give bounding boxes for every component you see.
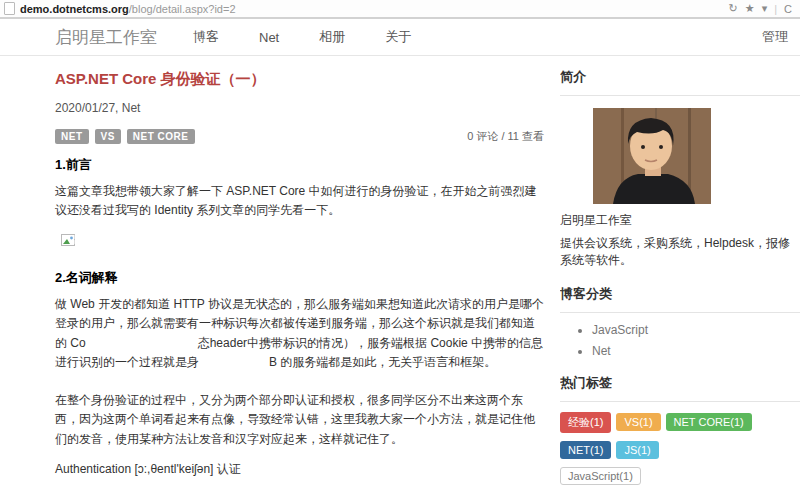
hot-tag[interactable]: VS(1) xyxy=(616,413,660,431)
toolbar-separator: | xyxy=(774,3,777,15)
article-tag[interactable]: NET xyxy=(55,129,89,144)
article-meta: 2020/01/27, Net xyxy=(55,101,544,115)
profile-name: 启明星工作室 xyxy=(560,212,800,229)
hot-tag[interactable]: JS(1) xyxy=(616,441,658,459)
article-title: ASP.NET Core 身份验证（一） xyxy=(55,70,544,89)
section-heading-1: 1.前言 xyxy=(55,156,544,174)
paragraph: 做 Web 开发的都知道 HTTP 协议是无状态的，那么服务端如果想知道此次请求… xyxy=(55,295,544,373)
dropdown-caret-icon[interactable]: ▾ xyxy=(762,2,768,15)
hot-tag[interactable]: JavaScript(1) xyxy=(560,467,641,485)
paragraph: Authentication [ɔ:,θentl'keiʃən] 认证 xyxy=(55,461,544,478)
url-path: /blog/detail.aspx?id=2 xyxy=(129,3,236,15)
sidebar-heading-categories: 博客分类 xyxy=(560,285,800,313)
sidebar-heading-intro: 简介 xyxy=(560,68,800,96)
paragraph: 在整个身份验证的过程中，又分为两个部分即认证和授权，很多同学区分不出来这两个东西… xyxy=(55,391,544,449)
nav-item-about[interactable]: 关于 xyxy=(385,28,411,46)
category-item[interactable]: JavaScript xyxy=(592,323,800,337)
nav-item-album[interactable]: 相册 xyxy=(319,28,345,46)
hot-tag[interactable]: NET CORE(1) xyxy=(666,413,752,431)
site-brand[interactable]: 启明星工作室 xyxy=(55,26,157,49)
nav-item-blog[interactable]: 博客 xyxy=(193,28,219,46)
page-icon xyxy=(4,2,15,15)
section-heading-2: 2.名词解释 xyxy=(55,269,544,287)
article-tagrow: NET VS NET CORE 0 评论 / 11 查看 xyxy=(55,129,544,144)
article-stats: 0 评论 / 11 查看 xyxy=(467,129,544,144)
site-nav: 启明星工作室 博客 Net 相册 关于 管理 xyxy=(0,19,800,56)
url-host: demo.dotnetcms.org xyxy=(20,3,129,15)
nav-item-net[interactable]: Net xyxy=(259,30,279,45)
refresh-icon[interactable]: ↻ xyxy=(729,2,738,15)
profile-description: 提供会议系统，采购系统，Helpdesk，报修系统等软件。 xyxy=(560,235,800,269)
hot-tag[interactable]: 经验(1) xyxy=(560,412,611,433)
address-url[interactable]: demo.dotnetcms.org/blog/detail.aspx?id=2 xyxy=(20,3,236,15)
article-tag[interactable]: VS xyxy=(95,129,121,144)
article-tag[interactable]: NET CORE xyxy=(127,129,195,144)
sidebar: 简介 启明星工作室 提供会议系统，采购系统，Helpdesk，报修系统等软件。 … xyxy=(560,66,800,487)
category-list: JavaScript Net xyxy=(560,323,800,358)
category-item[interactable]: Net xyxy=(592,344,800,358)
broken-image-icon xyxy=(61,233,76,251)
paragraph: 这篇文章我想带领大家了解一下 ASP.NET Core 中如何进行的身份验证，在… xyxy=(55,182,544,221)
sidebar-heading-tags: 热门标签 xyxy=(560,374,800,402)
browser-address-bar: demo.dotnetcms.org/blog/detail.aspx?id=2… xyxy=(0,0,800,19)
hot-tag[interactable]: NET(1) xyxy=(560,441,611,459)
nav-item-admin[interactable]: 管理 xyxy=(762,28,788,46)
article: ASP.NET Core 身份验证（一） 2020/01/27, Net NET… xyxy=(55,66,544,487)
toolbar-extra-icon[interactable]: C xyxy=(784,3,792,15)
profile-photo xyxy=(593,108,800,204)
favorite-star-icon[interactable]: ★ xyxy=(745,2,755,15)
tag-cloud: 经验(1)VS(1)NET CORE(1)NET(1)JS(1) JavaScr… xyxy=(560,402,800,487)
